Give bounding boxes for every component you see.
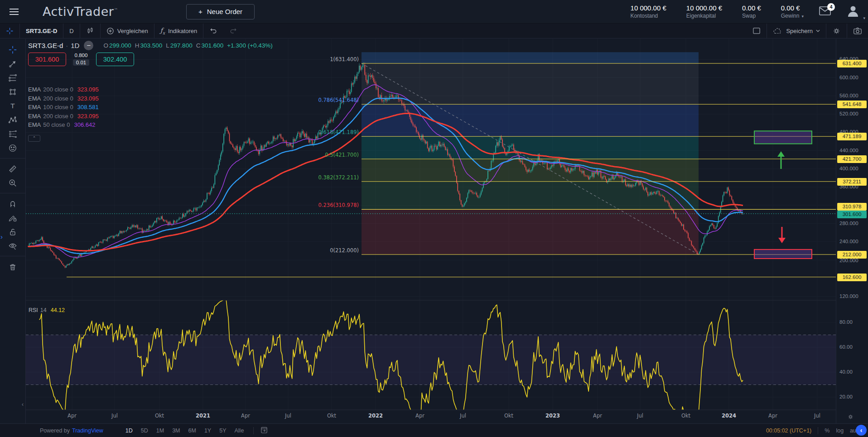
level-price-badge: 421.700 bbox=[837, 155, 867, 163]
time-axis[interactable]: AprJulOkt2021AprJulOkt2022AprJulOkt2023A… bbox=[68, 413, 820, 419]
chart-toolbar: SRT3.GE-D D Vergleichen ƒx Indikatoren bbox=[0, 24, 868, 38]
expand-sidebar-icon[interactable]: › bbox=[0, 233, 3, 240]
time-axis-settings-icon[interactable] bbox=[847, 413, 854, 421]
menu-icon[interactable] bbox=[6, 4, 22, 19]
time-tick: Apr bbox=[593, 413, 602, 419]
session-clock[interactable]: 00:05:02 (UTC+1) bbox=[766, 427, 811, 434]
symbol-button[interactable]: SRT3.GE-D bbox=[20, 24, 63, 38]
timeframe-1m[interactable]: 1M bbox=[153, 426, 167, 435]
measure-tool[interactable] bbox=[4, 162, 21, 176]
price-tick: 240.000 bbox=[839, 239, 858, 245]
account-metric-swap: 0.00 €Swap bbox=[742, 4, 761, 19]
sell-button[interactable]: 301.600 bbox=[28, 53, 66, 66]
buy-button[interactable]: 302.400 bbox=[96, 53, 134, 66]
fib-label: 0.236(310.978) bbox=[318, 202, 359, 208]
mail-icon[interactable]: 4 bbox=[819, 6, 831, 17]
fib-bands bbox=[362, 52, 699, 255]
price-tick: 520.000 bbox=[839, 111, 858, 117]
remove-drawings-tool[interactable] bbox=[4, 259, 21, 274]
timeframe-3m[interactable]: 3M bbox=[169, 426, 183, 435]
timeframe-5d[interactable]: 5D bbox=[138, 426, 151, 435]
legend-collapse-button[interactable]: ⌃ bbox=[28, 135, 40, 142]
time-tick: Apr bbox=[768, 413, 777, 419]
crosshair-tool[interactable] bbox=[4, 43, 21, 57]
chart-settings-button[interactable] bbox=[826, 24, 847, 38]
redo-button[interactable] bbox=[223, 24, 243, 38]
price-tick: 560.000 bbox=[839, 93, 858, 99]
chart-stage: T 1(631.400)0.786(541.648)0.618(471.189)… bbox=[0, 39, 868, 423]
timeframe-6m[interactable]: 6M bbox=[185, 426, 199, 435]
account-metric-kontostand: 10 000.00 €Kontostand bbox=[631, 4, 666, 19]
text-tool[interactable]: T bbox=[4, 99, 21, 113]
time-tick: Jul bbox=[637, 413, 643, 419]
legend-symbol[interactable]: SRT3.GE-d bbox=[28, 42, 63, 49]
log-scale-button[interactable]: log bbox=[836, 427, 844, 434]
shapes-tool[interactable] bbox=[4, 85, 21, 99]
legend-interval: 1D bbox=[71, 42, 79, 49]
price-tick: 20.00 bbox=[839, 394, 853, 400]
level-price-badge: 310.978 bbox=[837, 203, 867, 211]
interval-button[interactable]: D bbox=[63, 24, 79, 38]
indicator-legend-row[interactable]: EMA50 close 0306.642 bbox=[28, 120, 273, 130]
undo-button[interactable] bbox=[203, 24, 223, 38]
prediction-tool[interactable] bbox=[4, 127, 21, 141]
level-price-badge: 631.400 bbox=[837, 60, 867, 67]
snapshot-button[interactable] bbox=[847, 24, 868, 38]
timeframe-5y[interactable]: 5Y bbox=[216, 426, 229, 435]
rsi-legend[interactable]: RSI1444.12 bbox=[29, 307, 65, 313]
ohlc-values: O299.000H303.500L297.800C301.600+1.300 (… bbox=[100, 42, 272, 49]
layout-button[interactable] bbox=[747, 24, 767, 38]
account-metrics: 10 000.00 €Kontostand10 000.00 €Eigenkap… bbox=[631, 4, 804, 19]
percent-scale-button[interactable]: % bbox=[825, 427, 829, 434]
lot-size[interactable]: 0.01 bbox=[73, 59, 89, 66]
indicator-legend-row[interactable]: EMA200 close 0323.095 bbox=[28, 85, 273, 94]
indicator-legend-row[interactable]: EMA200 close 0323.095 bbox=[28, 94, 273, 103]
fib-label: 0(212.000) bbox=[330, 247, 359, 254]
mail-count-badge: 4 bbox=[827, 3, 835, 11]
account-metric-gewinn[interactable]: 0.00 €Gewinn▾ bbox=[781, 4, 804, 19]
minus-circle-icon[interactable]: – bbox=[84, 41, 93, 50]
crosshair-mode-button[interactable] bbox=[0, 24, 19, 38]
auto-scale-button[interactable]: au bbox=[850, 427, 856, 434]
svg-text:T: T bbox=[10, 102, 15, 110]
new-order-button[interactable]: + Neue Order bbox=[186, 4, 255, 19]
collapse-panel-button[interactable]: ‹ bbox=[856, 425, 867, 436]
tradingview-link[interactable]: TradingView bbox=[72, 427, 103, 434]
price-tick: 400.000 bbox=[839, 166, 858, 172]
rsi-value: 44.12 bbox=[51, 307, 65, 313]
pattern-tool[interactable] bbox=[4, 113, 21, 127]
timeframe-alle[interactable]: Alle bbox=[231, 426, 247, 435]
current-price-badge: 301.600 bbox=[837, 211, 867, 218]
trendline-tool[interactable] bbox=[4, 57, 21, 71]
user-drawings[interactable] bbox=[754, 131, 812, 259]
price-tick: 60.00 bbox=[839, 344, 853, 351]
time-tick: Jul bbox=[285, 413, 291, 419]
emoji-tool[interactable] bbox=[4, 141, 21, 155]
chevron-down-icon: ▾ bbox=[863, 16, 865, 20]
rsi-pane-collapse-icon[interactable]: ‹ bbox=[22, 401, 24, 408]
timeframe-1y[interactable]: 1Y bbox=[201, 426, 214, 435]
indicators-button[interactable]: ƒx Indikatoren bbox=[154, 24, 203, 38]
rsi-pane[interactable] bbox=[26, 299, 836, 419]
user-avatar[interactable]: ▾ bbox=[846, 4, 860, 19]
magnet-tool[interactable] bbox=[4, 197, 21, 211]
save-layout-button[interactable]: Speichern bbox=[767, 24, 826, 38]
timeframe-1d[interactable]: 1D bbox=[122, 426, 136, 435]
chart-area[interactable]: 1(631.400)0.786(541.648)0.618(471.189)0.… bbox=[26, 39, 836, 423]
goto-date-icon[interactable] bbox=[260, 426, 268, 435]
chart-type-button[interactable] bbox=[80, 24, 100, 38]
time-tick: 2023 bbox=[545, 413, 560, 419]
unlock-tool[interactable] bbox=[4, 225, 21, 239]
account-metric-eigenkapital: 10 000.00 €Eigenkapital bbox=[686, 4, 722, 19]
time-tick: Jul bbox=[459, 413, 466, 419]
hide-drawings-tool[interactable] bbox=[4, 239, 21, 253]
indicator-legend-row[interactable]: EMA200 close 0323.095 bbox=[28, 112, 273, 121]
zoom-in-tool[interactable] bbox=[4, 176, 21, 190]
indicator-legend-row[interactable]: EMA100 close 0308.581 bbox=[28, 103, 273, 112]
time-tick: Apr bbox=[415, 413, 424, 419]
fib-retracement-tool[interactable] bbox=[4, 71, 21, 85]
price-axis[interactable]: 640.000600.000560.000520.000480.000440.0… bbox=[836, 39, 868, 423]
change-value: +1.300 (+0.43%) bbox=[227, 42, 273, 49]
lock-drawing-tool[interactable] bbox=[4, 211, 21, 225]
compare-button[interactable]: Vergleichen bbox=[101, 24, 154, 38]
